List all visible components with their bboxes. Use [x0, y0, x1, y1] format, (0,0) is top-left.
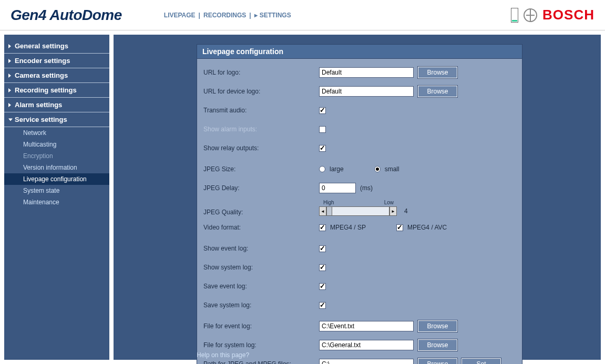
browse-url-logo-button[interactable]: Browse — [418, 67, 457, 78]
jpeg-size-large-label: large — [330, 165, 344, 173]
label-show-alarm: Show alarm inputs: — [203, 126, 319, 133]
nav-settings[interactable]: SETTINGS — [260, 12, 291, 19]
sidebar-item-livepage[interactable]: Livepage configuration — [4, 173, 109, 185]
label-url-logo: URL for logo: — [203, 69, 319, 76]
browse-file-system-button[interactable]: Browse — [418, 339, 457, 351]
device-status-icon — [511, 8, 518, 23]
label-video-format: Video format: — [203, 224, 319, 231]
jpeg-quality-value: 4 — [404, 207, 408, 215]
sidebar-item-maintenance[interactable]: Maintenance — [4, 196, 109, 208]
nav-caret-icon: ▸ — [254, 12, 258, 19]
show-system-checkbox[interactable] — [319, 264, 326, 271]
panel-title: Livepage configuration — [197, 44, 522, 59]
top-nav: LIVEPAGE | RECORDINGS | ▸ SETTINGS — [164, 12, 291, 19]
save-system-checkbox[interactable] — [319, 302, 326, 309]
sidebar-cat-alarm[interactable]: Alarm settings — [4, 98, 109, 112]
label-file-event: File for event log: — [203, 323, 319, 330]
slider-dec-button[interactable]: ◄ — [319, 206, 326, 216]
video-avc-label: MPEG4 / AVC — [407, 224, 447, 231]
jpeg-size-small-radio[interactable] — [374, 166, 381, 172]
sidebar-cat-recording[interactable]: Recording settings — [4, 83, 109, 98]
label-show-relay: Show relay outputs: — [203, 144, 319, 152]
product-title: Gen4 AutoDome — [11, 7, 122, 24]
show-event-checkbox[interactable] — [319, 245, 326, 252]
sidebar-cat-encoder[interactable]: Encoder settings — [4, 54, 109, 68]
jpeg-quality-slider[interactable] — [326, 206, 389, 216]
video-sp-label: MPEG4 / SP — [330, 224, 366, 231]
label-save-system: Save system log: — [203, 301, 319, 309]
slider-thumb-icon — [327, 207, 332, 215]
browse-path-button[interactable]: Browse — [418, 358, 457, 364]
browse-url-device-button[interactable]: Browse — [418, 86, 457, 97]
sidebar-item-encryption[interactable]: Encryption — [4, 150, 109, 162]
transmit-audio-checkbox[interactable] — [319, 107, 326, 114]
slider-low-label: Low — [384, 200, 394, 205]
sidebar-cat-service[interactable]: Service settings — [4, 112, 109, 127]
show-alarm-checkbox[interactable] — [319, 126, 326, 133]
sidebar-item-network[interactable]: Network — [4, 127, 109, 139]
nav-separator: | — [198, 12, 201, 19]
jpeg-size-small-label: small — [385, 165, 399, 173]
settings-panel: Livepage configuration URL for logo: Bro… — [197, 44, 522, 364]
browse-file-event-button[interactable]: Browse — [418, 320, 457, 332]
slider-inc-button[interactable]: ► — [389, 206, 397, 216]
set-path-button[interactable]: Set — [462, 358, 501, 364]
url-logo-input[interactable] — [319, 67, 414, 78]
label-jpeg-quality: JPEG Quality: — [203, 209, 319, 216]
url-device-input[interactable] — [319, 86, 414, 97]
path-files-input[interactable] — [319, 359, 414, 364]
jpeg-delay-input[interactable] — [319, 183, 356, 193]
help-link[interactable]: Help on this page? — [197, 351, 249, 359]
label-jpeg-delay: JPEG Delay: — [203, 184, 319, 192]
nav-recordings[interactable]: RECORDINGS — [203, 12, 246, 19]
nav-livepage[interactable]: LIVEPAGE — [164, 12, 196, 19]
label-file-system: File for system log: — [203, 341, 319, 349]
sidebar-item-system-state[interactable]: System state — [4, 185, 109, 196]
globe-icon — [524, 8, 537, 22]
video-sp-checkbox[interactable] — [319, 224, 326, 231]
nav-separator: | — [248, 12, 252, 19]
file-system-input[interactable] — [319, 340, 414, 350]
save-event-checkbox[interactable] — [319, 283, 326, 290]
brand-logo: BOSCH — [542, 7, 594, 23]
sidebar-cat-general[interactable]: General settings — [4, 39, 109, 54]
show-relay-checkbox[interactable] — [319, 145, 326, 152]
sidebar-item-multicasting[interactable]: Multicasting — [4, 139, 109, 150]
jpeg-size-large-radio[interactable] — [319, 166, 325, 172]
file-event-input[interactable] — [319, 321, 414, 331]
sidebar: General settings Encoder settings Camera… — [4, 35, 109, 360]
label-path-files: Path for JPEG and MPEG files: — [203, 360, 319, 364]
label-url-device: URL for device logo: — [203, 88, 319, 95]
label-show-event: Show event log: — [203, 245, 319, 252]
label-jpeg-size: JPEG Size: — [203, 165, 319, 173]
sidebar-cat-camera[interactable]: Camera settings — [4, 68, 109, 83]
header: Gen4 AutoDome LIVEPAGE | RECORDINGS | ▸ … — [0, 0, 605, 30]
label-show-system: Show system log: — [203, 264, 319, 271]
sidebar-item-version[interactable]: Version information — [4, 162, 109, 173]
label-save-event: Save event log: — [203, 283, 319, 290]
jpeg-delay-unit: (ms) — [360, 184, 373, 192]
video-avc-checkbox[interactable] — [396, 224, 403, 231]
label-transmit-audio: Transmit audio: — [203, 107, 319, 114]
slider-high-label: High — [323, 200, 334, 205]
content-area: Livepage configuration URL for logo: Bro… — [114, 35, 601, 360]
